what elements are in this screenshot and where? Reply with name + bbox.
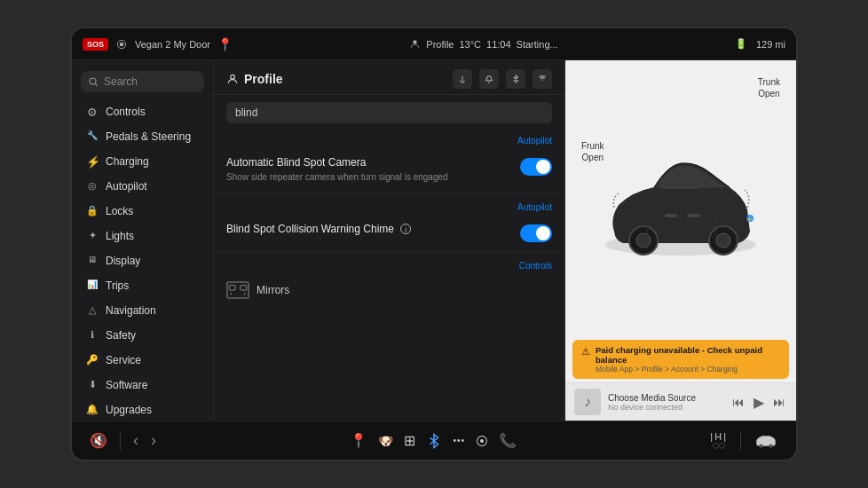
software-label: Software [106,379,147,391]
svg-point-23 [759,444,762,447]
app-dog-icon[interactable]: 🐶 [378,434,393,448]
speed-indicator: |H| ⬡⬡ [710,431,728,450]
mirrors-section: Controls Mirrors [214,259,564,308]
toggle-knob-1 [536,160,550,174]
autopilot-icon: ◎ [86,180,99,193]
taskbar: 🔇 ‹ › 📍 🐶 ⊞ ••• ⦿ 📞 |H| ⬡⬡ [72,421,796,460]
grid-icon[interactable]: ⊞ [404,432,415,449]
display-label: Display [106,255,140,267]
search-box[interactable]: Search [81,71,204,92]
download-button[interactable] [453,69,472,89]
warning-title: Paid charging unavailable - Check unpaid… [596,345,780,365]
profile-text[interactable]: Profile [426,39,454,50]
media-controls: ⏮ ▶ ⏭ [730,392,787,413]
service-label: Service [106,354,141,366]
panel-title: Profile [226,72,283,86]
location-text: Vegan 2 My Door [135,39,210,50]
right-panel: Trunk Open Frunk Open [565,60,796,421]
speed-display: |H| [710,431,728,442]
media-icon: ♪ [574,389,601,415]
sidebar-item-charging[interactable]: ⚡ Charging [75,149,209,174]
sidebar-item-lights[interactable]: ✦ Lights [75,224,209,248]
sidebar-item-controls[interactable]: ⚙ Controls [75,99,209,124]
nav-prev-icon[interactable]: ‹ [133,431,138,450]
profile-panel-icon [226,73,239,85]
frunk-label: Frunk Open [581,140,604,163]
speed-sub: ⬡⬡ [713,442,725,450]
trips-label: Trips [106,279,129,292]
mirrors-svg [228,282,248,298]
top-bar-center: Profile 13°C 11:04 Starting... [409,38,557,50]
bluetooth-panel-button[interactable] [506,69,525,89]
taskbar-left: 🔇 ‹ › [90,431,156,451]
car-visualization: Trunk Open Frunk Open [565,60,796,340]
pedals-label: Pedals & Steering [106,130,191,143]
next-button[interactable]: ⏭ [771,393,787,411]
svg-point-5 [231,75,235,79]
svg-text:⚡: ⚡ [746,216,753,223]
sidebar-item-software[interactable]: ⬇ Software [75,373,209,397]
car-status-icon[interactable] [754,433,778,449]
sidebar-item-upgrades[interactable]: 🔔 Upgrades [75,397,209,421]
trunk-label: Trunk Open [758,76,780,99]
prev-button[interactable]: ⏮ [730,393,746,411]
sidebar-item-safety[interactable]: ℹ Safety [75,323,209,348]
nav-next-icon[interactable]: › [151,431,156,450]
service-icon: 🔑 [86,354,99,366]
svg-rect-6 [229,286,235,291]
camera-icon[interactable]: ⦿ [476,434,488,448]
setting-desc-1: Show side repeater camera when turn sign… [226,171,511,184]
setting-info-1: Automatic Blind Spot Camera Show side re… [226,156,520,184]
svg-point-3 [90,78,96,84]
sidebar-item-display[interactable]: 🖥 Display [75,248,209,273]
phone-icon[interactable]: 📞 [499,432,517,449]
locks-icon: 🔒 [86,205,99,217]
panel-header-icons [453,69,552,89]
autopilot-label: Autopilot [106,180,147,193]
filter-input[interactable] [226,102,552,123]
sidebar-item-autopilot[interactable]: ◎ Autopilot [75,174,209,199]
mirrors-row: Mirrors [214,272,564,308]
mirrors-icon [226,281,249,299]
trips-icon: 📊 [86,279,99,292]
map-pin-icon[interactable]: 📍 [350,432,367,449]
locks-label: Locks [106,205,133,217]
car-svg: ⚡ [592,138,769,280]
volume-icon[interactable]: 🔇 [90,432,107,449]
setting-row-1: Automatic Blind Spot Camera Show side re… [214,147,564,193]
info-icon[interactable]: i [400,224,411,234]
wifi-button[interactable] [533,69,552,89]
display-icon: 🖥 [86,255,99,267]
warning-banner: ⚠ Paid charging unavailable - Check unpa… [572,340,789,379]
bell-button[interactable] [479,69,499,89]
sidebar-item-locks[interactable]: 🔒 Locks [75,199,209,224]
sidebar-item-navigation[interactable]: △ Navigation [75,298,209,323]
warning-subtitle: Mobile App > Profile > Account > Chargin… [596,365,780,374]
mirrors-tag: Controls [214,259,564,272]
svg-line-4 [95,83,97,85]
panel-header: Profile [214,60,564,95]
tesla-screen: SOS Vegan 2 My Door 📍 Profile 13°C 11:04… [70,27,798,461]
media-title: Choose Media Source [608,393,723,403]
star-icon [115,38,128,51]
sidebar-item-trips[interactable]: 📊 Trips [75,273,209,298]
upgrades-label: Upgrades [106,404,152,416]
top-bar-left: SOS Vegan 2 My Door 📍 [83,37,233,51]
svg-point-15 [716,233,730,248]
bluetooth-icon[interactable] [426,433,442,449]
taskbar-divider-1 [120,431,121,451]
play-button[interactable]: ▶ [752,392,766,413]
more-dots-icon[interactable]: ••• [453,436,465,445]
toggle-1[interactable] [520,158,552,176]
battery-icon: 🔋 [735,38,747,50]
sidebar-item-pedals[interactable]: 🔧 Pedals & Steering [75,124,209,149]
svg-rect-22 [688,214,700,217]
upgrades-icon: 🔔 [86,404,99,416]
setting-name-2: Blind Spot Collision Warning Chime i [226,223,511,235]
sidebar-item-service[interactable]: 🔑 Service [75,348,209,373]
sos-badge[interactable]: SOS [83,38,108,51]
warning-text: Paid charging unavailable - Check unpaid… [596,345,780,374]
top-status-bar: SOS Vegan 2 My Door 📍 Profile 13°C 11:04… [72,28,796,60]
toggle-2[interactable] [520,224,552,242]
center-panel: Profile [214,60,565,421]
